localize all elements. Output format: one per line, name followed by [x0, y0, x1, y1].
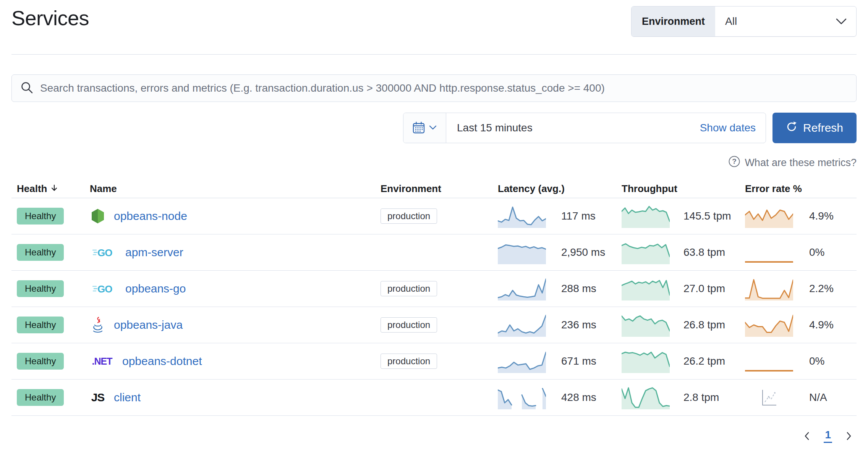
- metrics-help-link[interactable]: ? What are these metrics?: [11, 155, 857, 170]
- service-name-link[interactable]: opbeans-java: [114, 318, 183, 331]
- health-badge: Healthy: [17, 317, 64, 333]
- go-icon: GO: [90, 283, 117, 295]
- error-rate-sparkline: [745, 385, 793, 410]
- health-badge: Healthy: [17, 389, 64, 406]
- environment-cell: production: [374, 281, 493, 296]
- table-row: HealthyJSclient428 ms2.8 tpmN/A: [11, 380, 857, 416]
- health-badge: Healthy: [17, 353, 64, 370]
- health-cell: Healthy: [11, 208, 84, 225]
- name-cell: .NETopbeans-dotnet: [84, 355, 374, 368]
- health-cell: Healthy: [11, 353, 84, 370]
- pagination: 1: [11, 429, 857, 443]
- metrics-help-label: What are these metrics?: [745, 157, 857, 169]
- throughput-sparkline: [622, 385, 670, 410]
- throughput-value: 26.2 tpm: [683, 355, 725, 367]
- throughput-sparkline: [622, 349, 670, 373]
- error-rate-cell: N/A: [739, 385, 857, 410]
- throughput-cell: 27.0 tpm: [617, 276, 739, 301]
- throughput-sparkline: [622, 240, 670, 265]
- error-rate-value: 4.9%: [809, 319, 834, 331]
- dotnet-icon: .NET: [92, 356, 112, 367]
- environment-cell: production: [374, 317, 493, 333]
- throughput-value: 145.5 tpm: [683, 210, 731, 222]
- date-picker: Last 15 minutes Show dates: [403, 113, 766, 143]
- name-cell: opbeans-java: [84, 317, 374, 333]
- throughput-cell: 63.8 tpm: [617, 240, 739, 265]
- health-cell: Healthy: [11, 389, 84, 406]
- column-header-latency[interactable]: Latency (avg.): [493, 183, 617, 195]
- throughput-cell: 26.8 tpm: [617, 313, 739, 337]
- refresh-icon: [786, 121, 797, 135]
- latency-cell: 236 ms: [493, 313, 617, 337]
- latency-value: 428 ms: [561, 391, 596, 404]
- error-rate-cell: 0%: [739, 349, 857, 373]
- column-header-name[interactable]: Name: [84, 183, 374, 195]
- health-cell: Healthy: [11, 317, 84, 333]
- latency-sparkline: [498, 385, 546, 410]
- service-name-link[interactable]: opbeans-dotnet: [122, 355, 202, 368]
- table-row: HealthyGOopbeans-goproduction288 ms27.0 …: [11, 271, 857, 307]
- java-icon: [90, 317, 106, 333]
- name-cell: JSclient: [84, 391, 374, 404]
- environment-filter[interactable]: Environment All: [631, 6, 857, 37]
- chevron-down-icon: [836, 6, 856, 36]
- health-cell: Healthy: [11, 244, 84, 261]
- time-controls: Last 15 minutes Show dates Refresh: [11, 113, 857, 143]
- service-name-link[interactable]: opbeans-node: [114, 210, 187, 223]
- js-icon: JS: [90, 391, 106, 404]
- error-rate-sparkline: [745, 349, 793, 373]
- latency-cell: 2,950 ms: [493, 240, 617, 265]
- previous-page-button[interactable]: [802, 431, 812, 441]
- latency-value: 2,950 ms: [561, 246, 605, 258]
- latency-value: 671 ms: [561, 355, 596, 367]
- error-rate-sparkline: [745, 204, 793, 228]
- sort-arrow-down-icon: [50, 183, 58, 195]
- error-rate-sparkline: [745, 313, 793, 337]
- search-bar: [11, 74, 857, 102]
- page-number-1[interactable]: 1: [824, 429, 832, 443]
- health-badge: Healthy: [17, 244, 64, 261]
- chevron-down-icon: [429, 125, 437, 131]
- search-input[interactable]: [40, 82, 848, 94]
- error-rate-value: N/A: [809, 391, 827, 404]
- latency-value: 236 ms: [561, 319, 596, 331]
- service-name-link[interactable]: client: [114, 391, 141, 404]
- refresh-button-label: Refresh: [803, 121, 843, 134]
- svg-text:?: ?: [732, 157, 737, 165]
- error-rate-cell: 0%: [739, 240, 857, 265]
- latency-sparkline: [498, 204, 546, 228]
- header-divider: [11, 54, 857, 55]
- throughput-cell: 2.8 tpm: [617, 385, 739, 410]
- environment-cell: production: [374, 354, 493, 369]
- column-header-health[interactable]: Health: [11, 183, 84, 195]
- refresh-button[interactable]: Refresh: [772, 113, 857, 143]
- time-range-value[interactable]: Last 15 minutes: [446, 122, 533, 134]
- question-circle-icon: ?: [728, 155, 740, 170]
- throughput-value: 26.8 tpm: [683, 319, 725, 331]
- service-name-link[interactable]: opbeans-go: [125, 282, 186, 295]
- table-row: Healthy.NETopbeans-dotnetproduction671 m…: [11, 343, 857, 380]
- column-header-error-rate[interactable]: Error rate %: [739, 183, 857, 195]
- calendar-icon: [412, 121, 425, 135]
- health-cell: Healthy: [11, 280, 84, 297]
- latency-value: 117 ms: [561, 210, 596, 222]
- latency-cell: 428 ms: [493, 385, 617, 410]
- search-icon: [20, 81, 33, 95]
- column-header-environment[interactable]: Environment: [374, 183, 493, 195]
- table-body: Healthyopbeans-nodeproduction117 ms145.5…: [11, 198, 857, 416]
- throughput-cell: 26.2 tpm: [617, 349, 739, 373]
- service-name-link[interactable]: apm-server: [125, 246, 183, 259]
- go-icon: GO: [90, 246, 117, 258]
- date-quick-select-button[interactable]: [403, 113, 446, 143]
- environment-filter-label: Environment: [632, 6, 715, 36]
- error-rate-sparkline: [745, 276, 793, 301]
- error-rate-cell: 2.2%: [739, 276, 857, 301]
- column-header-throughput[interactable]: Throughput: [617, 183, 739, 195]
- show-dates-link[interactable]: Show dates: [700, 122, 766, 134]
- next-page-button[interactable]: [844, 431, 853, 441]
- throughput-value: 63.8 tpm: [683, 246, 725, 258]
- js-icon: JS: [91, 391, 105, 404]
- error-rate-value: 0%: [809, 246, 824, 258]
- table-row: Healthyopbeans-nodeproduction117 ms145.5…: [11, 198, 857, 234]
- nodejs-icon: [90, 208, 106, 224]
